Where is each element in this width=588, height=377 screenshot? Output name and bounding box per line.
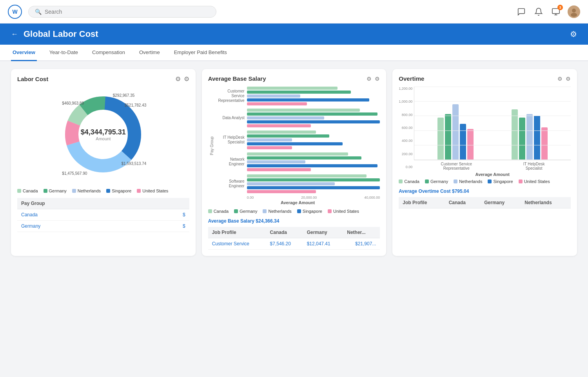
bar-label-ne: NetworkEngineer [216,157,247,167]
overtime-x-labels: Customer ServiceRepresentative IT HelpDe… [414,160,571,170]
legend-dot-us [137,189,141,193]
settings-icon-overtime[interactable]: ⚙ [566,76,571,82]
overtime-stat-value: $795.04 [452,188,469,194]
bar-label-se: SoftwareEngineer [216,179,247,188]
salary-stat-value: $24,366.34 [256,218,279,224]
user-avatar[interactable] [568,5,580,18]
bar-group-it: IT HelpDeskSpecialist [216,130,380,149]
overtime-x-label: Average Amount [414,172,571,177]
table-cell-germany[interactable]: Germany [17,221,147,232]
main-content: Labor Cost ⚙ ⚙ [0,61,588,264]
page-title: Global Labor Cost [24,29,98,39]
ot-legend-singapore: Singapore [488,179,513,184]
search-input[interactable] [45,9,210,15]
table-cell-canada[interactable]: Canada [17,209,147,221]
ot-dot-netherlands [454,179,457,183]
tab-overview[interactable]: Overview [11,45,37,61]
ot-legend-germany: Germany [425,179,448,184]
salary-legend-singapore: Singapore [297,209,322,214]
salary-legend-netherlands: Netherlands [263,209,291,214]
legend-netherlands: Netherlands [72,188,101,193]
table-row: Customer Service $7,546.20 $12,047.41 $2… [208,238,380,250]
bar-se-us [247,190,316,193]
bar-label-it: IT HelpDeskSpecialist [216,135,247,145]
bar-da-netherlands [247,116,324,120]
bar-da-germany [247,112,377,116]
chat-icon[interactable] [516,6,527,17]
legend-label-singapore: Singapore [112,188,131,193]
donut-label: Amount [81,136,126,141]
bar-ne-us [247,168,311,171]
ot-th-profile: Job Profile [399,197,445,208]
labor-cost-table: Pay Group Canada $ Germany $ [17,198,189,232]
overtime-header: Overtime ⚙ ⚙ [399,75,571,82]
ot-legend-canada: Canada [399,179,419,184]
segment-label-singapore: $1,593,513.74 [121,161,146,166]
tab-employer-paid-benefits[interactable]: Employer Paid Benefits [172,45,229,61]
bars-it [247,130,380,149]
salary-th-germany: Germany [303,227,343,238]
table-row: Germany $ [17,221,189,232]
bar-csr-canada [247,87,338,90]
bar-group-ne: NetworkEngineer [216,152,380,171]
ot-dot-singapore [488,179,492,183]
tab-overtime[interactable]: Overtime [138,45,162,61]
overtime-table: Job Profile Canada Germany Netherlands [399,197,571,208]
filter-icon-salary[interactable]: ⚙ [367,76,372,82]
salary-td-profile[interactable]: Customer Service [208,238,266,250]
bar-it-us [247,146,292,149]
overtime-y-labels: 1,200.00 1,000.00 800.00 600.00 400.00 2… [399,87,414,177]
avg-salary-header: Average Base Salary ⚙ ⚙ [208,75,380,82]
search-icon: 🔍 [35,9,42,15]
avg-base-salary-card: Average Base Salary ⚙ ⚙ Pay Group Custom… [202,69,387,256]
overtime-card: Overtime ⚙ ⚙ 1,200.00 1,000.00 800.00 60… [392,69,577,256]
bar-ot-it-canada [512,109,518,160]
labor-cost-actions[interactable]: ⚙ ⚙ [175,75,189,83]
svg-point-3 [571,13,577,17]
overtime-title: Overtime [399,75,424,82]
overtime-chart-area: Customer ServiceRepresentative IT HelpDe… [414,87,571,177]
table-row: Canada $ [17,209,189,221]
x-axis-ticks: 0.00 20,000.00 40,000.00 [216,196,380,199]
overtime-stat-label: Average Overtime Cost [399,188,450,194]
salary-chart-area: Customer ServiceRepresentative Data Anal… [216,87,380,205]
bar-se-germany [247,178,380,181]
salary-dot-us [328,209,332,213]
bell-icon[interactable] [533,6,544,17]
bar-ot-csr-singapore [460,124,466,160]
filter-icon[interactable]: ⚙ [175,75,181,83]
filter-icon-overtime[interactable]: ⚙ [557,76,563,82]
x-label-csr: Customer ServiceRepresentative [437,162,476,170]
bar-da-singapore [247,120,380,123]
settings-icon-salary[interactable]: ⚙ [375,76,380,82]
labor-cost-legend: Canada Germany Netherlands Singapore Uni… [17,188,189,193]
overtime-chart-wrap: 1,200.00 1,000.00 800.00 600.00 400.00 2… [399,87,571,177]
bar-ne-singapore [247,164,377,167]
tab-compensation[interactable]: Compensation [91,45,127,61]
legend-dot-germany [44,189,47,193]
bar-ne-netherlands [247,160,305,163]
settings-icon[interactable]: ⚙ [184,75,189,83]
tab-ytd[interactable]: Year-to-Date [48,45,80,61]
overtime-group-it [512,109,548,160]
inbox-icon[interactable]: 3 [550,6,561,17]
bar-se-canada [247,174,367,178]
settings-button[interactable]: ⚙ [570,29,577,39]
table-header-paygroup: Pay Group [17,198,147,209]
ot-dot-us [519,179,523,183]
bar-group-se: SoftwareEngineer [216,174,380,193]
legend-germany: Germany [44,188,67,193]
bar-ot-it-netherlands [526,114,533,160]
overtime-group-csr [437,104,474,160]
search-bar[interactable]: 🔍 [28,6,216,18]
overtime-actions[interactable]: ⚙ ⚙ [557,76,571,82]
avg-salary-actions[interactable]: ⚙ ⚙ [367,76,380,82]
salary-chart-wrap: Pay Group Customer ServiceRepresentative [208,87,380,205]
bar-group-da: Data Analyst [216,109,380,127]
tabs-bar: Overview Year-to-Date Compensation Overt… [0,45,588,61]
back-button[interactable]: ← [11,30,18,38]
bar-ot-it-us [541,127,548,160]
salary-td-germany: $12,047.41 [303,238,343,250]
bar-it-germany [247,134,330,138]
table-header-value [147,198,189,209]
